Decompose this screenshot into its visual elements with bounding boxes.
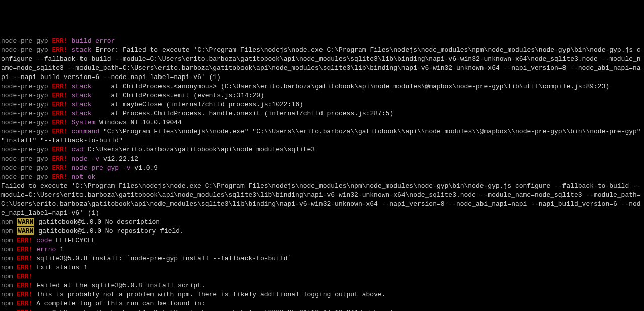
error-tag: ERR! xyxy=(17,300,32,307)
log-line: node-pre-gyp ERR! stack at maybeClose (i… xyxy=(1,100,643,109)
log-line: node-pre-gyp ERR! stack at ChildProcess.… xyxy=(1,91,643,100)
log-prefix: node-pre-gyp xyxy=(1,46,48,54)
log-message: gatitobook@1.0.0 No description xyxy=(38,218,160,226)
log-message: ELIFECYCLE xyxy=(56,237,95,244)
log-prefix: node-pre-gyp xyxy=(1,101,48,108)
log-message: at maybeClose (internal/child_process.js… xyxy=(95,101,303,108)
log-prefix: node-pre-gyp xyxy=(1,119,48,126)
log-prefix: npm xyxy=(1,282,13,289)
log-category: System xyxy=(71,119,95,126)
error-tag: ERR! xyxy=(17,282,32,289)
log-message: sqlite3@5.0.8 install: `node-pre-gyp ins… xyxy=(36,255,291,262)
log-prefix: npm xyxy=(1,264,13,271)
error-tag: ERR! xyxy=(52,155,67,163)
log-category: stack xyxy=(71,92,91,99)
error-tag: ERR! xyxy=(17,309,32,311)
error-tag: ERR! xyxy=(52,128,67,135)
error-tag: ERR! xyxy=(52,146,67,153)
log-message: at ChildProcess.<anonymous> (C:\Users\er… xyxy=(95,83,609,90)
log-line: node-pre-gyp ERR! cwd C:\Users\erito.bar… xyxy=(1,145,643,154)
log-line: npm ERR! xyxy=(1,272,643,281)
log-prefix: npm xyxy=(1,227,13,235)
log-prefix: node-pre-gyp xyxy=(1,110,48,117)
log-line: node-pre-gyp ERR! node -v v12.22.12 xyxy=(1,154,643,164)
log-line: npm ERR! This is probably not a problem … xyxy=(1,290,643,299)
log-category: stack xyxy=(71,46,91,54)
log-prefix: npm xyxy=(1,291,13,298)
log-line: node-pre-gyp ERR! stack Error: Failed to… xyxy=(1,46,643,82)
log-category: stack xyxy=(71,110,91,117)
log-category: code xyxy=(36,237,52,244)
log-message: Failed at the sqlite3@5.0.8 install scri… xyxy=(36,282,205,289)
log-message: Windows_NT 10.0.19044 xyxy=(99,119,182,126)
log-message: A complete log of this run can be found … xyxy=(36,300,205,307)
error-tag: ERR! xyxy=(52,37,67,45)
warn-tag: WARN xyxy=(17,218,34,226)
log-category: node -v xyxy=(71,155,99,163)
log-prefix: node-pre-gyp xyxy=(1,155,48,163)
log-prefix: node-pre-gyp xyxy=(1,128,48,135)
log-prefix: npm xyxy=(1,237,13,244)
log-line: npm WARN gatitobook@1.0.0 No description xyxy=(1,218,643,227)
log-prefix: node-pre-gyp xyxy=(1,83,48,90)
log-line: npm ERR! sqlite3@5.0.8 install: `node-pr… xyxy=(1,254,643,263)
error-tag: ERR! xyxy=(17,255,32,262)
warn-tag: WARN xyxy=(17,227,34,235)
log-prefix: npm xyxy=(1,309,13,311)
log-line: node-pre-gyp ERR! node-pre-gyp -v v1.0.9 xyxy=(1,164,643,173)
log-line: node-pre-gyp ERR! build error xyxy=(1,37,643,46)
log-message: C:\Users\erito.barboza\AppData\Roaming\n… xyxy=(36,309,401,311)
log-line: npm WARN gatitobook@1.0.0 No repository … xyxy=(1,227,643,236)
log-prefix: node-pre-gyp xyxy=(1,173,48,181)
error-tag: ERR! xyxy=(52,173,67,181)
error-tag: ERR! xyxy=(17,273,32,280)
error-tag: ERR! xyxy=(52,101,67,108)
log-prefix: node-pre-gyp xyxy=(1,146,48,153)
terminal-output[interactable]: node-pre-gyp ERR! build errornode-pre-gy… xyxy=(1,37,643,311)
log-line: npm ERR! A complete log of this run can … xyxy=(1,299,643,308)
error-tag: ERR! xyxy=(52,164,67,172)
log-message: gatitobook@1.0.0 No repository field. xyxy=(38,227,184,235)
log-category: stack xyxy=(71,83,91,90)
log-category: build error xyxy=(71,37,115,45)
log-prefix: node-pre-gyp xyxy=(1,37,48,45)
log-prefix: npm xyxy=(1,255,13,262)
log-category: command xyxy=(71,128,99,135)
error-tag: ERR! xyxy=(52,92,67,99)
log-message: at ChildProcess.emit (events.js:314:20) xyxy=(95,92,264,99)
log-line: npm ERR! code ELIFECYCLE xyxy=(1,236,643,245)
log-line: npm ERR! Exit status 1 xyxy=(1,263,643,272)
log-line: node-pre-gyp ERR! System Windows_NT 10.0… xyxy=(1,118,643,127)
error-tag: ERR! xyxy=(17,246,32,253)
log-category: cwd xyxy=(71,146,83,153)
log-prefix: npm xyxy=(1,246,13,253)
log-message: v12.22.12 xyxy=(103,155,138,163)
log-prefix: npm xyxy=(1,300,13,307)
log-line: npm ERR! Failed at the sqlite3@5.0.8 ins… xyxy=(1,281,643,290)
log-category: stack xyxy=(71,101,91,108)
error-tag: ERR! xyxy=(17,291,32,298)
error-tag: ERR! xyxy=(17,237,32,244)
log-message: at Process.ChildProcess._handle.onexit (… xyxy=(95,110,393,117)
log-category: not ok xyxy=(71,173,95,181)
log-line: Failed to execute 'C:\Program Files\node… xyxy=(1,182,643,218)
log-category: node-pre-gyp -v xyxy=(71,164,130,172)
log-line: node-pre-gyp ERR! not ok xyxy=(1,173,643,182)
error-tag: ERR! xyxy=(17,264,32,271)
log-prefix: npm xyxy=(1,218,13,226)
error-tag: ERR! xyxy=(52,83,67,90)
log-prefix: node-pre-gyp xyxy=(1,164,48,172)
log-message: v1.0.9 xyxy=(134,164,158,172)
log-message: Error: Failed to execute 'C:\Program Fil… xyxy=(1,46,641,81)
log-line: node-pre-gyp ERR! stack at Process.Child… xyxy=(1,109,643,118)
log-line: node-pre-gyp ERR! command "C:\\Program F… xyxy=(1,127,643,145)
log-message: 1 xyxy=(60,246,64,253)
error-tag: ERR! xyxy=(52,46,67,54)
log-message: Exit status 1 xyxy=(36,264,87,271)
error-tag: ERR! xyxy=(52,110,67,117)
log-line: npm ERR! errno 1 xyxy=(1,245,643,254)
error-tag: ERR! xyxy=(52,119,67,126)
log-line: node-pre-gyp ERR! stack at ChildProcess.… xyxy=(1,82,643,91)
log-category: errno xyxy=(36,246,56,253)
log-message: This is probably not a problem with npm.… xyxy=(36,291,385,298)
